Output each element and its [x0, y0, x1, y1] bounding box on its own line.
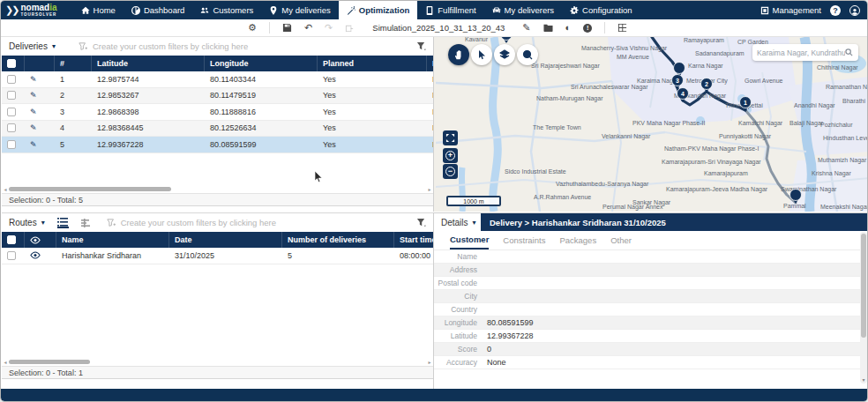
- filter-menu-icon[interactable]: [416, 218, 426, 227]
- zoom-in-button[interactable]: +: [443, 148, 458, 163]
- scroll-thumb[interactable]: [9, 360, 90, 364]
- map-pin[interactable]: [790, 190, 802, 205]
- logo[interactable]: ❯❯ nomadia TOURSOLVER: [1, 3, 64, 19]
- alerts-icon[interactable]: !: [583, 24, 592, 33]
- edit-icon[interactable]: ✎: [30, 140, 37, 149]
- chevron-down-icon[interactable]: ▾: [473, 219, 476, 227]
- settings-gear-icon[interactable]: ⚙: [248, 23, 257, 33]
- tab-constraints[interactable]: Constraints: [503, 231, 545, 249]
- row-checkbox[interactable]: [7, 75, 16, 84]
- row-checkbox[interactable]: [7, 123, 16, 132]
- nav-item-configuration[interactable]: Configuration: [562, 1, 640, 19]
- column-header[interactable]: Latitude: [92, 56, 205, 71]
- map-search-box[interactable]: [752, 44, 858, 61]
- scroll-right-icon[interactable]: ▸: [426, 359, 433, 365]
- routes-hscrollbar[interactable]: ◂ ▸: [2, 358, 433, 366]
- map-search-input[interactable]: [757, 48, 845, 57]
- details-vscrollbar[interactable]: ▾: [860, 232, 867, 383]
- edit-icon[interactable]: ✎: [30, 75, 37, 84]
- select-tool-button[interactable]: [471, 44, 492, 65]
- column-header[interactable]: Number of deliveries: [282, 232, 394, 248]
- chevron-down-icon[interactable]: ▾: [52, 42, 56, 50]
- scroll-left-icon[interactable]: ◂: [2, 359, 9, 365]
- nav-item-my-deliverers[interactable]: My deliverers: [484, 1, 563, 19]
- nav-item-optimization[interactable]: Optimization: [339, 1, 418, 19]
- nav-item-home[interactable]: Home: [73, 1, 123, 19]
- edit-icon[interactable]: ✎: [25, 71, 55, 87]
- pan-tool-button[interactable]: [448, 44, 469, 65]
- tab-customer[interactable]: Customer: [450, 231, 489, 249]
- column-header[interactable]: #: [55, 56, 92, 71]
- nav-item-fulfillment[interactable]: Fulfillment: [417, 1, 483, 19]
- column-header[interactable]: Start time: [394, 232, 433, 248]
- table-row[interactable]: ✎212.985326780.11479519YesNo: [2, 88, 433, 105]
- scroll-thumb[interactable]: [9, 187, 171, 191]
- nav-item-customers[interactable]: Customers: [192, 1, 261, 19]
- map-pin[interactable]: 1: [740, 97, 752, 112]
- edit-icon[interactable]: ✎: [30, 91, 37, 100]
- filter-menu-icon[interactable]: [416, 41, 426, 51]
- fullscreen-button[interactable]: [443, 130, 458, 145]
- edit-icon[interactable]: ✎: [30, 123, 37, 132]
- map-view[interactable]: KavanurManacherry-Siva Vishnu NagarMM Av…: [433, 37, 868, 212]
- table-row[interactable]: ✎312.986839880.11888816YesNo: [2, 104, 433, 121]
- chevron-down-icon[interactable]: ▾: [41, 219, 45, 227]
- visibility-eye-icon[interactable]: [30, 251, 41, 259]
- redo-icon[interactable]: ↷: [325, 23, 333, 33]
- table-row[interactable]: ✎112.987574480.11403344YesNo: [2, 71, 433, 88]
- route-row[interactable]: Harishankar Sridharan 31/10/2025 5 08:00…: [2, 248, 433, 264]
- export-icon[interactable]: [345, 23, 355, 33]
- tab-packages[interactable]: Packages: [559, 231, 596, 249]
- row-checkbox[interactable]: [2, 104, 25, 120]
- deliveries-hscrollbar[interactable]: ◂ ▸: [2, 185, 433, 193]
- routes-filter-bar[interactable]: Create your custom filters by clicking h…: [107, 218, 276, 227]
- statistics-pie-icon[interactable]: ◐: [565, 23, 572, 33]
- column-header[interactable]: Name: [56, 232, 169, 248]
- row-checkbox[interactable]: [7, 251, 16, 260]
- map-pin[interactable]: 3: [672, 75, 684, 90]
- edit-icon[interactable]: ✎: [25, 121, 55, 137]
- undo-icon[interactable]: ↶: [304, 23, 312, 33]
- column-header[interactable]: Date: [169, 232, 282, 248]
- map-pin[interactable]: [501, 37, 513, 43]
- map-pin[interactable]: 2: [701, 78, 713, 93]
- tab-other[interactable]: Other: [610, 231, 632, 249]
- help-button[interactable]: ?: [830, 5, 841, 16]
- open-folder-icon[interactable]: [543, 23, 553, 33]
- list-view-icon[interactable]: [57, 218, 69, 228]
- row-checkbox[interactable]: [2, 137, 25, 153]
- select-all-checkbox[interactable]: [7, 235, 16, 244]
- column-header[interactable]: Planned: [318, 56, 427, 71]
- select-all-checkbox[interactable]: [7, 59, 16, 68]
- row-checkbox[interactable]: [7, 140, 16, 149]
- row-checkbox[interactable]: [2, 121, 25, 137]
- scroll-left-icon[interactable]: ◂: [2, 186, 9, 192]
- edit-icon[interactable]: ✎: [30, 108, 37, 116]
- save-icon[interactable]: [282, 23, 292, 33]
- layout-grid-icon[interactable]: [617, 23, 627, 33]
- column-header[interactable]: Longitude: [205, 56, 318, 71]
- row-checkbox[interactable]: [2, 71, 25, 87]
- layers-button[interactable]: [494, 44, 515, 65]
- edit-icon[interactable]: ✎: [25, 137, 55, 153]
- scroll-thumb[interactable]: [861, 234, 866, 338]
- zoom-out-button[interactable]: −: [443, 164, 458, 179]
- nav-item-dashboard[interactable]: Dashboard: [123, 1, 192, 19]
- nav-item-my-deliveries[interactable]: My deliveries: [261, 1, 338, 19]
- row-checkbox[interactable]: [7, 108, 16, 116]
- column-header[interactable]: Locked: [427, 56, 433, 71]
- profile-button[interactable]: [849, 5, 860, 16]
- table-row[interactable]: ✎412.9836844580.12526634YesNo: [2, 121, 433, 138]
- rename-pencil-icon[interactable]: ✎: [522, 23, 530, 33]
- zoom-selection-button[interactable]: [517, 44, 538, 65]
- scroll-right-icon[interactable]: ▸: [426, 186, 433, 192]
- edit-icon[interactable]: ✎: [25, 88, 55, 104]
- scroll-down-icon[interactable]: ▾: [860, 376, 867, 383]
- schedule-view-icon[interactable]: [81, 218, 93, 228]
- map-pin[interactable]: 4: [677, 88, 689, 103]
- deliveries-filter-bar[interactable]: Create your custom filters by clicking h…: [79, 41, 248, 51]
- row-checkbox[interactable]: [2, 88, 25, 104]
- row-checkbox[interactable]: [7, 91, 16, 100]
- management-button[interactable]: Management: [760, 5, 821, 15]
- edit-icon[interactable]: ✎: [25, 104, 55, 120]
